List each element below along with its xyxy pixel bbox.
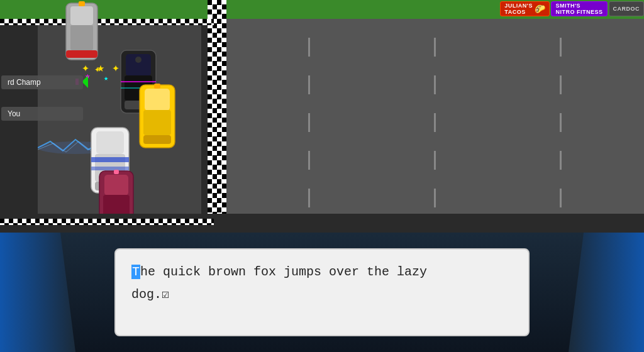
sponsor-bar: Julian'sTacos 🌮 Smith'sNitro Fitness Car… <box>500 1 644 16</box>
lane-line-1 <box>308 0 310 214</box>
bottom-right-decoration <box>569 233 644 352</box>
svg-point-15 <box>135 57 142 63</box>
sponsor-tacos: Julian'sTacos 🌮 <box>500 1 550 16</box>
svg-rect-7 <box>66 50 97 58</box>
svg-rect-22 <box>145 89 170 111</box>
svg-rect-8 <box>79 1 85 6</box>
lane-line-3 <box>560 0 562 214</box>
svg-rect-36 <box>114 170 119 174</box>
svg-rect-25 <box>154 84 160 89</box>
opponent-label: rd Champ <box>1 75 83 89</box>
bottom-panel: The quick brown fox jumps over the lazy … <box>0 233 644 352</box>
sponsor-cardoc: Cardoc <box>609 1 645 16</box>
svg-rect-23 <box>143 110 171 135</box>
sponsor-cardoc-label: Cardoc <box>613 6 640 12</box>
svg-rect-33 <box>104 175 128 195</box>
svg-text:★: ★ <box>104 74 108 83</box>
typed-highlight: T <box>131 265 140 279</box>
road-lines <box>214 0 644 214</box>
bottom-left-decoration <box>0 233 75 352</box>
taco-icon: 🌮 <box>535 4 546 14</box>
lane-line-2 <box>434 0 436 214</box>
sponsor-nitro-label: Smith'sNitro Fitness <box>555 3 602 15</box>
player-label: You <box>1 107 83 121</box>
svg-rect-6 <box>70 25 93 50</box>
typing-text-remaining: he quick brown fox jumps over the lazy <box>140 265 427 279</box>
svg-rect-5 <box>70 6 93 25</box>
road-right <box>214 0 644 214</box>
typing-text-line1: The quick brown fox jumps over the lazy <box>131 262 513 282</box>
svg-rect-30 <box>91 167 129 170</box>
typing-box[interactable]: The quick brown fox jumps over the lazy … <box>114 248 530 336</box>
svg-rect-24 <box>143 135 171 144</box>
sponsor-nitro: Smith'sNitro Fitness <box>551 1 607 16</box>
sponsor-tacos-label: Julian'sTacos <box>504 3 533 15</box>
svg-rect-34 <box>103 195 130 214</box>
svg-rect-29 <box>91 157 129 162</box>
typing-text-line2: dog.☑ <box>131 285 513 305</box>
game-area: Julian'sTacos 🌮 Smith'sNitro Fitness Car… <box>0 0 644 233</box>
checker-bottom <box>0 219 214 225</box>
stars-effect: ✦ ★ ✦ <box>82 60 119 75</box>
svg-rect-27 <box>96 131 124 154</box>
